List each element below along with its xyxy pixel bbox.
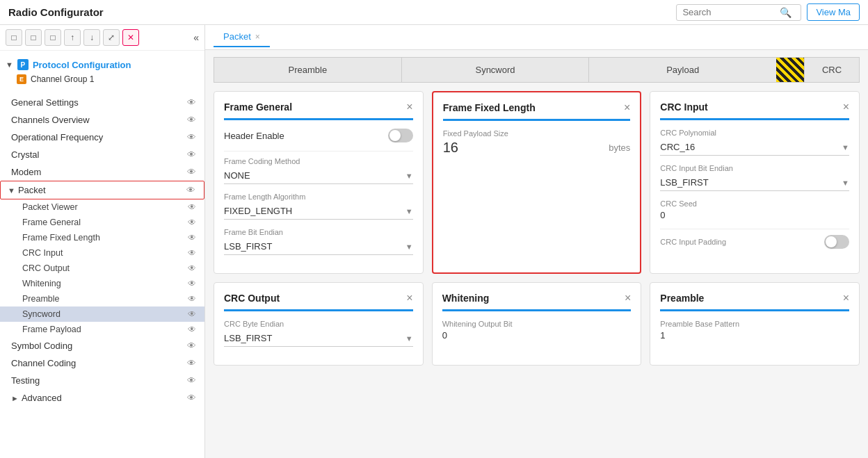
card-frame-fixed-length-header: Frame Fixed Length × <box>443 102 631 121</box>
sidebar-collapse-btn[interactable]: « <box>193 32 199 43</box>
crc-byte-endian-select[interactable]: LSB_FIRST ▼ <box>224 330 413 347</box>
sidebar: □ □ □ ↑ ↓ ⤢ ✕ « ▼ P Protocol Configurati… <box>0 25 205 458</box>
frame-bit-endian-field: Frame Bit Endian LSB_FIRST ▼ <box>224 228 413 255</box>
protocol-icon: P <box>17 59 29 70</box>
card-crc-output-close[interactable]: × <box>406 293 412 304</box>
search-input[interactable] <box>682 7 780 17</box>
card-frame-fixed-length-close[interactable]: × <box>624 102 630 113</box>
frame-bit-endian-label: Frame Bit Endian <box>224 228 413 236</box>
crc-polynomial-select[interactable]: CRC_16 ▼ <box>660 139 849 156</box>
frame-length-algo-select[interactable]: FIXED_LENGTH ▼ <box>224 203 413 220</box>
crc-byte-endian-value: LSB_FIRST <box>224 333 272 343</box>
sidebar-item-frame-fixed-length[interactable]: Frame Fixed Length 👁 <box>0 230 204 245</box>
advanced-expand-arrow: ► <box>11 394 19 402</box>
frame-coding-method-field: Frame Coding Method NONE ▼ <box>224 157 413 184</box>
eye-icon-general-settings[interactable]: 👁 <box>187 97 196 108</box>
eye-icon-crc-output[interactable]: 👁 <box>188 263 196 273</box>
sidebar-item-crc-output[interactable]: CRC Output 👁 <box>0 261 204 276</box>
toolbar-btn-1[interactable]: □ <box>6 29 22 46</box>
preamble-base-pattern-value: 1 <box>660 330 849 341</box>
sidebar-item-advanced[interactable]: ► Advanced 👁 <box>0 389 204 407</box>
card-whitening-close[interactable]: × <box>625 293 631 304</box>
section-tab-payload[interactable]: Payload <box>588 57 776 83</box>
crc-input-bit-endian-select[interactable]: LSB_FIRST ▼ <box>660 174 849 191</box>
section-tab-syncword[interactable]: Syncword <box>401 57 589 83</box>
card-crc-input: CRC Input × CRC Polynomial CRC_16 ▼ CRC … <box>650 91 860 274</box>
crc-input-padding-toggle-knob <box>826 236 837 247</box>
sidebar-item-channels-overview[interactable]: Channels Overview 👁 <box>0 111 204 129</box>
card-whitening: Whitening × Whitening Output Bit 0 <box>432 282 642 366</box>
crc-input-padding-label: CRC Input Padding <box>660 238 726 246</box>
sidebar-item-crc-input[interactable]: CRC Input 👁 <box>0 245 204 261</box>
frame-coding-method-select[interactable]: NONE ▼ <box>224 167 413 184</box>
packet-sections-bar: Preamble Syncword Payload CRC <box>205 50 868 83</box>
crc-polynomial-field: CRC Polynomial CRC_16 ▼ <box>660 129 849 156</box>
sidebar-item-symbol-coding[interactable]: Symbol Coding 👁 <box>0 337 204 354</box>
crc-input-bit-endian-value: LSB_FIRST <box>660 177 708 188</box>
eye-icon-channels[interactable]: 👁 <box>187 115 196 125</box>
tab-close-icon[interactable]: × <box>255 32 260 42</box>
eye-icon-crystal[interactable]: 👁 <box>187 149 196 160</box>
tree-root-protocol[interactable]: ▼ P Protocol Configuration <box>0 56 204 73</box>
tab-packet[interactable]: Packet × <box>214 27 270 47</box>
eye-icon-freq[interactable]: 👁 <box>187 132 196 142</box>
sidebar-item-frame-payload[interactable]: Frame Payload 👁 <box>0 322 204 337</box>
eye-icon-preamble[interactable]: 👁 <box>188 294 196 304</box>
toolbar-btn-down[interactable]: ↓ <box>83 29 100 46</box>
card-crc-output-header: CRC Output × <box>224 293 413 311</box>
sidebar-item-packet[interactable]: ▼ Packet 👁 <box>0 181 204 199</box>
tree-section: ▼ P Protocol Configuration E Channel Gro… <box>0 51 204 91</box>
frame-bit-endian-select[interactable]: LSB_FIRST ▼ <box>224 238 413 255</box>
search-icon: 🔍 <box>780 7 791 18</box>
eye-icon-advanced[interactable]: 👁 <box>187 393 196 403</box>
eye-icon-frame-payload[interactable]: 👁 <box>188 325 196 334</box>
eye-icon-channel-coding[interactable]: 👁 <box>187 358 196 368</box>
eye-icon-testing[interactable]: 👁 <box>187 375 196 386</box>
sidebar-item-whitening[interactable]: Whitening 👁 <box>0 276 204 291</box>
card-crc-output-title: CRC Output <box>224 293 280 304</box>
sidebar-item-operational-frequency[interactable]: Operational Frequency 👁 <box>0 129 204 146</box>
section-tab-preamble[interactable]: Preamble <box>214 57 401 83</box>
search-box[interactable]: 🔍 <box>676 4 801 21</box>
tree-child-channel[interactable]: E Channel Group 1 <box>0 73 204 85</box>
frame-coding-method-value: NONE <box>224 170 250 181</box>
card-crc-output: CRC Output × CRC Byte Endian LSB_FIRST ▼ <box>214 282 424 366</box>
toolbar-btn-close[interactable]: ✕ <box>122 29 139 46</box>
card-whitening-title: Whitening <box>442 293 490 304</box>
card-preamble-close[interactable]: × <box>843 293 849 304</box>
toolbar-btn-expand[interactable]: ⤢ <box>103 29 120 46</box>
eye-icon-whitening[interactable]: 👁 <box>188 279 196 288</box>
sidebar-item-modem[interactable]: Modem 👁 <box>0 163 204 181</box>
header-enable-toggle[interactable] <box>388 129 413 142</box>
sidebar-item-frame-general[interactable]: Frame General 👁 <box>0 215 204 230</box>
eye-icon-modem[interactable]: 👁 <box>187 167 196 177</box>
card-frame-general-close[interactable]: × <box>406 101 412 113</box>
eye-icon-syncword[interactable]: 👁 <box>188 309 196 319</box>
section-tab-crc[interactable]: CRC <box>804 57 860 83</box>
frame-length-algo-value: FIXED_LENGTH <box>224 206 292 216</box>
card-frame-general: Frame General × Header Enable <box>214 91 424 274</box>
eye-icon-crc-input[interactable]: 👁 <box>188 248 196 258</box>
toolbar-btn-2[interactable]: □ <box>25 29 42 46</box>
crc-input-padding-toggle[interactable] <box>824 235 849 249</box>
card-crc-input-close[interactable]: × <box>843 101 849 113</box>
crc-seed-value: 0 <box>660 210 849 220</box>
eye-icon-packet-viewer[interactable]: 👁 <box>188 202 196 212</box>
frame-bit-endian-value: LSB_FIRST <box>224 241 272 252</box>
sidebar-item-testing[interactable]: Testing 👁 <box>0 372 204 389</box>
sidebar-toolbar: □ □ □ ↑ ↓ ⤢ ✕ « <box>0 25 204 51</box>
view-ma-button[interactable]: View Ma <box>807 3 860 21</box>
card-frame-general-title: Frame General <box>224 101 292 113</box>
toolbar-btn-3[interactable]: □ <box>45 29 61 46</box>
sidebar-item-crystal[interactable]: Crystal 👁 <box>0 146 204 163</box>
eye-icon-frame-fixed[interactable]: 👁 <box>188 233 196 243</box>
sidebar-item-channel-coding[interactable]: Channel Coding 👁 <box>0 354 204 372</box>
sidebar-item-preamble[interactable]: Preamble 👁 <box>0 291 204 306</box>
eye-icon-frame-general[interactable]: 👁 <box>188 218 196 227</box>
sidebar-item-syncword[interactable]: Syncword 👁 <box>0 306 204 322</box>
toolbar-btn-up[interactable]: ↑ <box>64 29 81 46</box>
eye-icon-packet[interactable]: 👁 <box>186 185 195 195</box>
eye-icon-symbol-coding[interactable]: 👁 <box>187 341 196 351</box>
sidebar-item-general-settings[interactable]: General Settings 👁 <box>0 94 204 111</box>
sidebar-item-packet-viewer[interactable]: Packet Viewer 👁 <box>0 199 204 215</box>
